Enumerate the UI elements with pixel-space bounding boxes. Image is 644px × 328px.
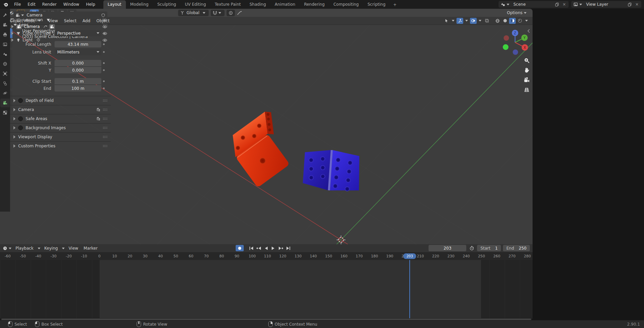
gizmo-neg-z-axis[interactable] (513, 49, 518, 55)
blender-version: 2.90.1 (627, 322, 640, 327)
jump-to-end-button[interactable] (285, 245, 292, 251)
panel-label: Viewport Display (18, 135, 52, 139)
timeline-tick: -10 (76, 254, 92, 258)
tab-scripting[interactable]: Scripting (363, 0, 390, 9)
tab-texture[interactable] (0, 108, 10, 117)
timeline-editor-selector[interactable] (3, 246, 13, 251)
snapping-toggle[interactable] (211, 10, 225, 16)
collapse-region-icon[interactable] (527, 29, 531, 33)
zoom-view-button[interactable] (523, 57, 530, 64)
pan-view-button[interactable] (523, 67, 530, 73)
falloff-curve-icon[interactable] (237, 11, 242, 15)
camera-view-button[interactable] (523, 77, 530, 83)
drag-grip-icon[interactable] (103, 145, 107, 147)
timeline-tick: 40 (153, 254, 168, 258)
new-view-layer-button[interactable] (626, 1, 633, 7)
timeline-tick: 260 (489, 254, 504, 258)
timeline-ruler[interactable]: -60-50-40-30-20-100102030405060708090100… (0, 252, 533, 260)
shading-material-button[interactable] (509, 18, 516, 24)
options-dropdown[interactable]: Options (507, 10, 528, 15)
menu-help[interactable]: Help (82, 2, 98, 7)
tab-shading[interactable]: Shading (245, 0, 270, 9)
timeline-tick: -50 (15, 254, 30, 258)
tab-uv-editing[interactable]: UV Editing (180, 0, 210, 9)
show-gizmo-toggle[interactable] (456, 18, 463, 24)
panel-depth-of-field[interactable]: Depth of Field (10, 101, 111, 105)
perspective-toggle-button[interactable] (523, 86, 530, 93)
timeline-tick: 90 (229, 254, 244, 258)
menu-edit[interactable]: Edit (24, 2, 39, 7)
panel-viewport-display[interactable]: Viewport Display (10, 132, 111, 141)
show-overlays-toggle[interactable] (470, 18, 477, 24)
transform-orientation-dropdown[interactable]: Global (178, 10, 209, 16)
timeline-tick: 150 (321, 254, 336, 258)
tab-sculpting[interactable]: Sculpting (153, 0, 180, 9)
next-keyframe-button[interactable] (277, 245, 284, 251)
panel-custom-properties[interactable]: Custom Properties (10, 141, 111, 150)
depth-of-field-checkbox[interactable] (18, 101, 23, 103)
gizmo-neg-x-axis[interactable] (504, 35, 509, 41)
gizmo-y-label: Y (523, 36, 526, 40)
drag-grip-icon[interactable] (103, 117, 107, 120)
proportional-editing-toggle[interactable] (227, 10, 235, 16)
timeline-track-area[interactable] (0, 260, 533, 318)
menu-window[interactable]: Window (60, 2, 82, 7)
auto-keyframe-record-button[interactable] (236, 245, 244, 251)
play-button[interactable] (270, 245, 277, 251)
current-frame-field[interactable]: 203 (429, 245, 466, 251)
drag-grip-icon[interactable] (103, 108, 107, 111)
menu-timeline-view[interactable]: View (66, 246, 81, 251)
tab-rendering[interactable]: Rendering (300, 0, 329, 9)
play-reverse-button[interactable] (263, 245, 269, 251)
shading-wireframe-button[interactable] (494, 18, 501, 24)
close-view-layer-icon[interactable]: × (633, 1, 641, 7)
panel-label: Safe Areas (26, 116, 47, 121)
blue-die-object[interactable] (302, 148, 362, 192)
menu-playback[interactable]: Playback (13, 246, 36, 251)
tab-modeling[interactable]: Modeling (126, 0, 153, 9)
panel-background-images[interactable]: Background Images (10, 123, 111, 132)
preview-range-stopwatch-button[interactable] (468, 245, 475, 251)
presets-list-icon[interactable] (96, 117, 101, 121)
timeline-tick: 100 (245, 254, 260, 258)
drag-grip-icon[interactable] (103, 136, 107, 138)
jump-to-start-button[interactable] (248, 245, 255, 251)
safe-areas-checkbox[interactable] (18, 116, 23, 121)
panel-safe-areas[interactable]: Safe Areas (10, 114, 111, 123)
frame-start-field[interactable]: Start1 (477, 245, 501, 251)
drag-grip-icon[interactable] (103, 126, 107, 129)
shading-solid-button[interactable] (502, 18, 508, 24)
gizmo-neg-y-axis[interactable] (503, 44, 509, 50)
scene-selector[interactable]: Scene × (499, 1, 569, 8)
frame-end-field[interactable]: End250 (503, 245, 530, 251)
object-visibility-dropdown[interactable] (443, 18, 450, 24)
menu-keying[interactable]: Keying (42, 246, 61, 251)
xray-toggle[interactable] (483, 18, 490, 24)
tab-texture-paint[interactable]: Texture Paint (210, 0, 245, 9)
panel-camera[interactable]: Camera (10, 105, 111, 114)
menu-marker[interactable]: Marker (81, 246, 100, 251)
presets-list-icon[interactable] (96, 108, 101, 112)
tab-animation[interactable]: Animation (270, 0, 300, 9)
menu-render[interactable]: Render (39, 2, 60, 7)
playhead-line[interactable] (409, 260, 410, 318)
menu-file[interactable]: File (11, 2, 24, 7)
view-layer-selector[interactable]: View Layer × (571, 1, 641, 8)
navigation-gizmo[interactable]: Z Y X (498, 26, 532, 59)
timeline-tick: 110 (260, 254, 275, 258)
timeline-tick: 120 (275, 254, 290, 258)
previous-keyframe-button[interactable] (255, 245, 262, 251)
playhead-frame-badge[interactable]: 203 (403, 253, 416, 259)
tab-layout[interactable]: Layout (103, 0, 126, 9)
tab-object-data-camera[interactable] (0, 101, 10, 107)
shading-rendered-button[interactable] (516, 18, 523, 24)
background-images-checkbox[interactable] (18, 125, 23, 130)
status-rotate-view: Rotate View (137, 321, 167, 327)
blender-logo-icon[interactable] (3, 2, 8, 7)
new-scene-button[interactable] (553, 1, 561, 7)
drag-grip-icon[interactable] (103, 101, 107, 102)
tab-compositing[interactable]: Compositing (329, 0, 363, 9)
close-scene-icon[interactable]: × (561, 1, 568, 7)
add-workspace-button[interactable]: + (390, 1, 400, 9)
red-die-object[interactable] (224, 109, 302, 188)
